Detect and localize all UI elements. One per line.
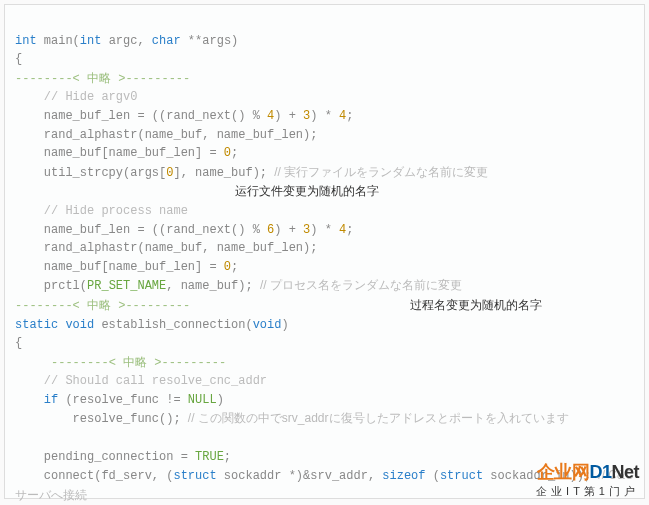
keyword: struct [440,469,483,483]
constant: TRUE [195,450,224,464]
code-line: name_buf_len = ((rand_next() % [15,109,267,123]
code-line: ; [231,260,238,274]
logo-tagline: 企业IT第1门户 [536,484,639,499]
code-line: ], name_buf); [173,166,274,180]
code-line: pending_connection = [15,450,195,464]
code-line: prctl( [15,279,87,293]
keyword: char [152,34,181,48]
code-block: int main(int argc, char **args) { ------… [4,4,645,499]
comment: // 実行ファイルをランダムな名前に変更 [274,165,488,179]
comment: // プロセス名をランダムな名前に変更 [260,278,462,292]
annotation: 运行文件变更为随机的名字 [235,182,379,201]
keyword: void [253,318,282,332]
comment: // Hide process name [44,204,188,218]
code-line: ) + [274,109,303,123]
code-line: util_strcpy(args[ [15,166,166,180]
code-line: ; [231,146,238,160]
divider: >--------- [111,299,190,313]
code-line: ; [346,223,353,237]
brace: { [15,52,22,66]
divider-label: 中略 [87,298,111,312]
comment: // Hide argv0 [44,90,138,104]
annotation: 过程名变更为随机的名字 [410,298,542,312]
code-line: resolve_func(); [15,412,188,426]
divider: >--------- [147,356,226,370]
divider: --------< [15,356,123,370]
code-line: ; [224,450,231,464]
divider-label: 中略 [123,355,147,369]
code-line: ) * [310,109,339,123]
logo-brand-cn: 企业网 [537,462,590,482]
logo-top: 企业网D1Net [536,460,639,484]
keyword: if [44,393,58,407]
comment: // Should call resolve_cnc_addr [44,374,267,388]
keyword: sizeof [382,469,425,483]
code-line: , name_buf); [166,279,260,293]
code-line: connect(fd_serv, ( [15,469,173,483]
divider: --------< [15,299,87,313]
constant: PR_SET_NAME [87,279,166,293]
keyword: static void [15,318,94,332]
logo-net: Net [611,462,639,482]
number: 0 [224,146,231,160]
code-line: (resolve_func != [58,393,188,407]
code-line: name_buf[name_buf_len] = [15,260,224,274]
text: argc, [101,34,151,48]
code-line: ) [217,393,224,407]
text: main( [37,34,80,48]
divider: --------< [15,72,87,86]
code-line: rand_alphastr(name_buf, name_buf_len); [15,128,317,142]
text: **args) [181,34,239,48]
code-line: ( [426,469,440,483]
code-line: establish_connection( [94,318,252,332]
keyword: struct [173,469,216,483]
watermark-logo: 企业网D1Net 企业IT第1门户 [536,460,639,499]
code-line: ) [281,318,288,332]
divider-label: 中略 [87,71,111,85]
code-line: rand_alphastr(name_buf, name_buf_len); [15,241,317,255]
code-line: sockaddr *)&srv_addr, [217,469,383,483]
code-line: ) * [310,223,339,237]
constant: NULL [188,393,217,407]
logo-d1: D1 [589,462,611,482]
code-line: name_buf_len = ((rand_next() % [15,223,267,237]
comment: // この関数の中でsrv_addrに復号したアドレスとポートを入れています [188,411,569,425]
brace: { [15,336,22,350]
code-line: ) + [274,223,303,237]
code-line: ; [346,109,353,123]
code-line: name_buf[name_buf_len] = [15,146,224,160]
number: 0 [224,260,231,274]
keyword: int [15,34,37,48]
divider: >--------- [111,72,190,86]
keyword: int [80,34,102,48]
